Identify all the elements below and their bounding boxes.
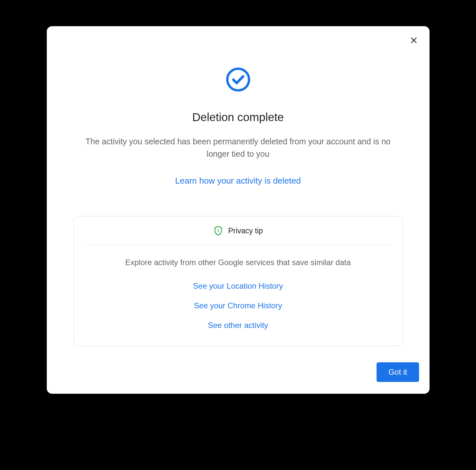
- dialog-footer: Got it: [55, 362, 422, 382]
- close-button[interactable]: [406, 33, 422, 48]
- shield-icon: [213, 226, 223, 236]
- privacy-tip-body: Explore activity from other Google servi…: [74, 245, 402, 346]
- privacy-tip-header: Privacy tip: [83, 216, 393, 245]
- privacy-tip-card: Privacy tip Explore activity from other …: [74, 216, 403, 346]
- close-icon: [409, 35, 419, 46]
- learn-link[interactable]: Learn how your activity is deleted: [175, 176, 301, 186]
- svg-point-0: [227, 69, 249, 90]
- dialog-subtitle: The activity you selected has been perma…: [71, 136, 405, 160]
- privacy-tip-links: See your Location History See your Chrom…: [87, 281, 389, 330]
- deletion-complete-dialog: Deletion complete The activity you selec…: [47, 26, 430, 394]
- link-other-activity[interactable]: See other activity: [208, 321, 268, 330]
- link-chrome-history[interactable]: See your Chrome History: [194, 301, 282, 310]
- dialog-content: Deletion complete The activity you selec…: [55, 34, 422, 346]
- link-location-history[interactable]: See your Location History: [193, 281, 283, 291]
- dialog-title: Deletion complete: [71, 111, 405, 124]
- check-circle-icon: [225, 67, 251, 92]
- privacy-tip-title: Privacy tip: [228, 226, 263, 235]
- svg-rect-2: [218, 230, 219, 232]
- got-it-button[interactable]: Got it: [377, 362, 419, 382]
- privacy-tip-description: Explore activity from other Google servi…: [87, 258, 389, 267]
- svg-point-1: [218, 229, 219, 230]
